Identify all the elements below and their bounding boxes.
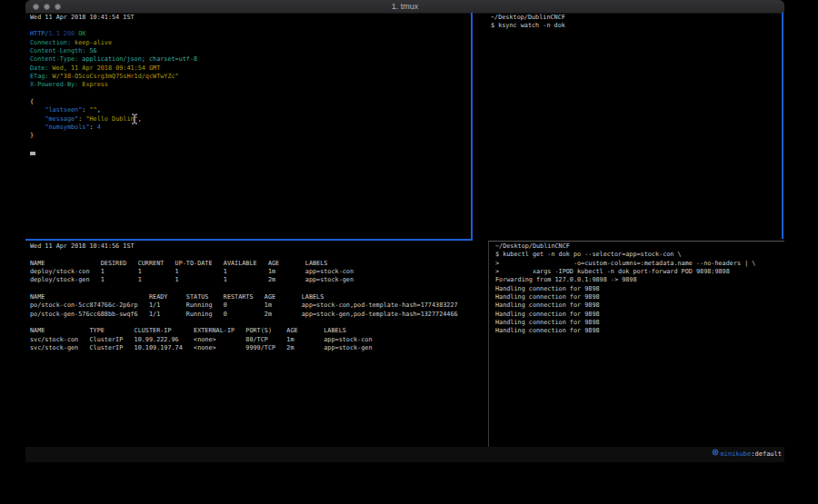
terminal-line: Content-Length: 56 bbox=[30, 47, 197, 55]
terminal-line: ETag: W/"38-O5coCsrg3mQ75sHr1d/qcWTwYZc" bbox=[30, 73, 197, 81]
terminal-line bbox=[30, 251, 458, 259]
terminal-line: ~/Desktop/DublinCNCF bbox=[495, 242, 755, 251]
terminal-line: HTTP/1.1 200 OK bbox=[30, 30, 197, 38]
terminal-pane-kubectl-get[interactable]: Wed 11 Apr 2018 10:41:56 ISTNAME DESIRED… bbox=[30, 242, 458, 352]
terminal-line: Wed 11 Apr 2018 10:41:56 IST bbox=[30, 242, 458, 251]
terminal-window: 1. tmux Wed 11 Apr 2018 10:41:54 ISTHTTP… bbox=[25, 0, 784, 463]
close-button[interactable] bbox=[33, 4, 39, 10]
terminal-line bbox=[30, 22, 197, 30]
terminal-pane-ksync[interactable]: ~/Desktop/DublinCNCF$ ksync watch -n dok bbox=[491, 14, 565, 31]
pane-divider-vertical-top[interactable] bbox=[471, 13, 473, 239]
terminal-line: Date: Wed, 11 Apr 2018 09:41:54 GMT bbox=[30, 64, 197, 73]
terminal-line: > xargs -IPOD kubectl -n dok port-forwar… bbox=[495, 268, 755, 276]
terminal-line: deploy/stock-con 1 1 1 1 1m app=stock-co… bbox=[30, 268, 458, 276]
terminal-line: Handling connection for 9898 bbox=[495, 285, 755, 293]
terminal-cursor bbox=[30, 152, 35, 156]
pane-divider-horizontal-left[interactable] bbox=[25, 239, 473, 241]
terminal-line: po/stock-gen-576cc688bb-swqf6 1/1 Runnin… bbox=[30, 311, 458, 319]
terminal-line: Handling connection for 9898 bbox=[495, 293, 755, 301]
terminal-pane-http-output[interactable]: Wed 11 Apr 2018 10:41:54 ISTHTTP/1.1 200… bbox=[30, 14, 197, 141]
terminal-line: $ ksync watch -n dok bbox=[491, 22, 565, 30]
terminal-line: "numsymbols": 4 bbox=[30, 124, 197, 132]
terminal-line: svc/stock-con ClusterIP 10.99.222.96 <no… bbox=[30, 336, 458, 344]
terminal-line: Handling connection for 9898 bbox=[495, 319, 755, 327]
tmux-status-bar: demo 0:bash* minikube:default bbox=[25, 447, 784, 462]
terminal-line bbox=[30, 90, 197, 98]
terminal-line: > -o=custom-columns=:metadata.name --no-… bbox=[495, 260, 755, 268]
terminal-line: Handling connection for 9898 bbox=[495, 311, 755, 319]
terminal-line: NAME DESIRED CURRENT UP-TO-DATE AVAILABL… bbox=[30, 260, 458, 268]
terminal-line: "message": "Hello Dublin", bbox=[30, 115, 197, 124]
kube-context-indicator: minikube:default bbox=[681, 447, 782, 462]
terminal-line: "lastseen": "", bbox=[30, 106, 197, 114]
terminal-line: ~/Desktop/DublinCNCF bbox=[491, 14, 565, 22]
terminal-line: } bbox=[30, 132, 197, 140]
window-title: 1. tmux bbox=[25, 0, 784, 13]
terminal-line: NAME TYPE CLUSTER-IP EXTERNAL-IP PORT(S)… bbox=[30, 327, 458, 335]
terminal-line bbox=[30, 319, 458, 327]
kube-context-name: minikube bbox=[721, 447, 752, 462]
pane-divider-horizontal-right[interactable] bbox=[488, 241, 784, 242]
pane-divider-vertical-bottom[interactable] bbox=[488, 242, 489, 447]
terminal-line: deploy/stock-gen 1 1 1 1 2m app=stock-ge… bbox=[30, 276, 458, 284]
kubernetes-icon bbox=[681, 431, 719, 463]
terminal-line: Wed 11 Apr 2018 10:41:54 IST bbox=[30, 14, 197, 22]
terminal-line: X-Powered-By: Express bbox=[30, 81, 197, 89]
kube-namespace: :default bbox=[751, 447, 782, 462]
terminal-line: Content-Type: application/json; charset=… bbox=[30, 55, 197, 64]
terminal-line: svc/stock-gen ClusterIP 10.109.197.74 <n… bbox=[30, 344, 458, 352]
terminal-line: Connection: keep-alive bbox=[30, 39, 197, 47]
mouse-cursor bbox=[131, 111, 138, 128]
terminal-pane-port-forward[interactable]: ~/Desktop/DublinCNCF$ kubectl get -n dok… bbox=[495, 242, 755, 336]
pane-border-right-top bbox=[782, 13, 783, 239]
terminal-line: po/stock-con-5cc874766c-2p6rp 1/1 Runnin… bbox=[30, 301, 458, 310]
zoom-button[interactable] bbox=[55, 4, 61, 10]
terminal-line: NAME READY STATUS RESTARTS AGE LABELS bbox=[30, 293, 458, 301]
terminal-line: Handling connection for 9898 bbox=[495, 327, 755, 335]
terminal-line bbox=[30, 285, 458, 293]
title-bar[interactable]: 1. tmux bbox=[25, 0, 784, 14]
terminal-line: $ kubectl get -n dok po --selector=app=s… bbox=[495, 251, 755, 259]
terminal-line: { bbox=[30, 98, 197, 106]
terminal-line: Handling connection for 9898 bbox=[495, 301, 755, 310]
minimize-button[interactable] bbox=[44, 4, 50, 10]
terminal-line: Forwarding from 127.0.0.1:9898 -> 9898 bbox=[495, 276, 755, 284]
